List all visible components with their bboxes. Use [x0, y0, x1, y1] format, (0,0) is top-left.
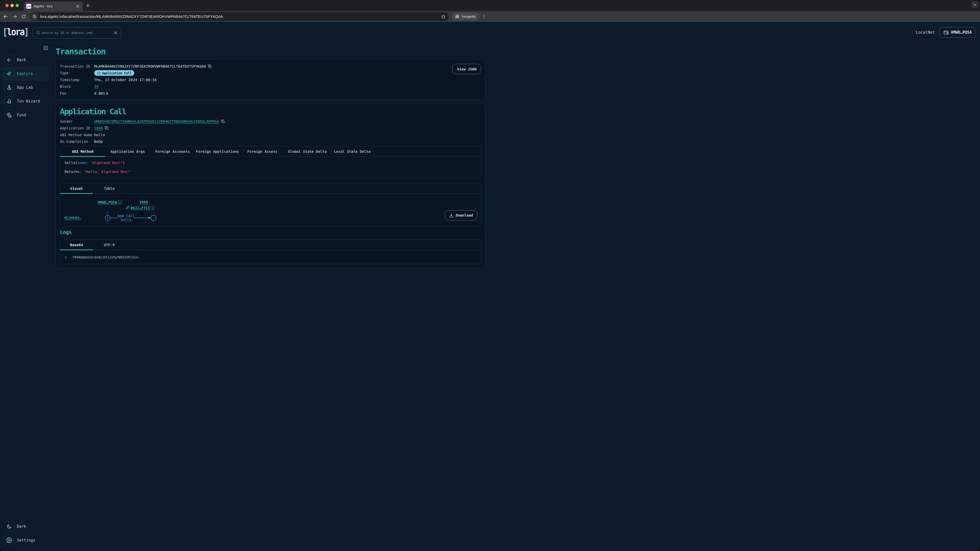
view-json-button[interactable]: View JSON: [452, 64, 481, 74]
field-row: Timestamp Thu, 17 October 2024 17:06:16: [60, 76, 156, 83]
abi-returns-value: "Hello, Algorand Dev!": [84, 170, 131, 174]
graph-sender-badge: 1: [118, 200, 122, 204]
url-text[interactable]: lora.algokit.io/localnet/transaction/MLA…: [40, 14, 223, 19]
browser-menu-button[interactable]: [482, 14, 487, 19]
field-row: Type ()Application Call: [60, 70, 134, 76]
tab-utf8[interactable]: UTF-8: [93, 240, 126, 250]
abi-signature-line: hello(name: "Algorand Dev!"): [65, 161, 131, 165]
log-value: FR98dQAUSGVsbG8sIEFsZ29yYW5kIERldiE=: [73, 256, 139, 259]
lora-logo[interactable]: [lora]: [3, 26, 28, 38]
sidebar-item-label: App Lab: [17, 81, 33, 94]
logs-tab-panel: Base64 UTF-8 1. FR98dQAUSGVsbG8sIEFsZ29y…: [60, 240, 482, 264]
abi-tab-panel: ABI Method Application Args Foreign Acco…: [60, 146, 482, 178]
tab-foreign-accounts[interactable]: Foreign Accounts: [150, 146, 195, 157]
search-clear-icon[interactable]: [114, 31, 118, 35]
logo-text: lora: [7, 26, 24, 38]
sidebar-item-label: Back: [17, 53, 26, 67]
minimize-window-button[interactable]: [11, 4, 14, 7]
tab-foreign-applications[interactable]: Foreign Applications: [195, 146, 240, 157]
graph-transaction-link[interactable]: MLAMKB4…: [64, 216, 81, 220]
graph-row-transaction: MLAMKB4…: [64, 216, 81, 220]
copy-icon[interactable]: [208, 65, 212, 68]
application-id-link[interactable]: 1048: [94, 126, 103, 130]
field-label: Fee: [60, 91, 94, 95]
tab-local-state-delta[interactable]: Local State Delta: [330, 146, 375, 157]
logs-title: Logs: [60, 229, 72, 235]
tab-strip: [ak] AlgoKit - lora: [0, 0, 490, 11]
graph-sender-link[interactable]: HMWD…PQSA: [98, 200, 117, 204]
arrow-left-icon: [4, 55, 14, 65]
fee-amount: 0.001: [94, 91, 105, 95]
page-title: Transaction: [56, 47, 105, 56]
abi-fn: hello(: [65, 161, 78, 165]
algo-icon: [106, 92, 108, 95]
field-row: ABI Method Name hello: [60, 131, 105, 138]
coins-icon: [4, 110, 14, 120]
abi-returns-line: Returns: "Hello, Algorand Dev!": [65, 170, 131, 174]
sidebar: Back Explore App Lab Txn Wizard: [0, 43, 51, 275]
tab-close-icon[interactable]: [76, 4, 80, 8]
lora-app: [lora] LocalNet HMWD…PQSA Back: [0, 22, 490, 275]
graph-app-address-link[interactable]: 06JJ…F7CI: [130, 206, 150, 210]
block-link[interactable]: 35: [94, 84, 99, 89]
tab-title: AlgoKit - lora: [33, 4, 76, 8]
field-label: Transaction ID: [60, 64, 94, 68]
type-badge: ()Application Call: [94, 70, 134, 76]
copy-icon[interactable]: [221, 120, 224, 123]
parentheses-icon: (): [97, 71, 100, 75]
sidebar-item-fund[interactable]: Fund: [0, 108, 51, 122]
field-label: Block: [60, 84, 94, 89]
tab-table[interactable]: Table: [93, 183, 126, 194]
sidebar-item-explore[interactable]: Explore: [0, 67, 51, 81]
site-info-button[interactable]: [31, 13, 38, 20]
edge-type: App Call: [118, 214, 135, 218]
browser-tab[interactable]: [ak] AlgoKit - lora: [24, 2, 83, 11]
sender-value: HMWDSHQCOPD2T36WBAHLAZ6PO5GDJJZBN4D2TODK…: [94, 119, 224, 124]
application-call-title: Application Call: [60, 107, 126, 116]
incognito-icon: [455, 14, 460, 19]
sidebar-item-back[interactable]: Back: [0, 53, 51, 67]
field-row: Transaction ID MLAMKB4ANXZ5NA2XY7ZNF3EAI…: [60, 63, 212, 70]
graph-app-id-link[interactable]: 1048: [139, 200, 148, 204]
incognito-badge: Incognito: [452, 13, 479, 21]
tab-visual[interactable]: Visual: [60, 183, 93, 194]
tab-application-args[interactable]: Application Args: [105, 146, 150, 157]
main-content: Transaction Transaction ID MLAMKB4ANXZ5N…: [51, 43, 490, 275]
tab-foreign-assets[interactable]: Foreign Assets: [240, 146, 285, 157]
logs-tab-list: Base64 UTF-8: [60, 240, 481, 250]
close-window-button[interactable]: [5, 4, 9, 7]
download-button[interactable]: Download: [445, 210, 477, 221]
back-button[interactable]: [3, 14, 8, 19]
search-input[interactable]: [42, 31, 114, 35]
fee-value: 0.001: [94, 91, 108, 95]
graph-app-address-badge: 2: [151, 206, 155, 210]
graph-lines: [60, 194, 167, 226]
reload-button[interactable]: [21, 14, 26, 19]
abi-arg-value: "Algorand Dev!": [90, 161, 123, 165]
sidebar-item-app-lab[interactable]: App Lab: [0, 81, 51, 94]
transaction-card: Transaction ID MLAMKB4ANXZ5NA2XY7ZNF3EAI…: [56, 59, 485, 100]
copy-icon[interactable]: [105, 126, 108, 130]
abi-returns-label: Returns:: [65, 170, 84, 174]
search-box[interactable]: [32, 27, 121, 38]
abi-tab-list: ABI Method Application Args Foreign Acco…: [60, 146, 481, 157]
on-completion-value: NoOp: [94, 140, 103, 144]
sender-link[interactable]: HMWDSHQCOPD2T36WBAHLAZ6PO5GDJJZBN4D2TODK…: [94, 119, 219, 124]
tab-abi-method[interactable]: ABI Method: [60, 146, 105, 157]
graph-node-number: 1: [107, 216, 109, 220]
forward-button[interactable]: [12, 14, 18, 19]
new-tab-button[interactable]: [86, 3, 90, 8]
abi-param-name: name: [78, 161, 86, 165]
sidebar-collapse-icon[interactable]: [43, 45, 48, 51]
abi-method-signature: hello(name: "Algorand Dev!") Returns: "H…: [65, 161, 131, 174]
address-bar[interactable]: lora.algokit.io/localnet/transaction/MLA…: [30, 12, 449, 21]
tab-base64[interactable]: Base64: [60, 240, 93, 250]
sidebar-item-txn-wizard[interactable]: Txn Wizard: [0, 94, 51, 108]
telescope-icon: [4, 68, 14, 79]
graph-column-sender: HMWD…PQSA 1: [98, 200, 122, 204]
maximize-window-button[interactable]: [16, 4, 19, 7]
bookmark-star-icon[interactable]: [441, 14, 445, 19]
transaction-id-value: MLAMKB4ANXZ5NA2XY7ZNF3EAIROHVWPAB4A7CLT6…: [94, 64, 212, 68]
tab-global-state-delta[interactable]: Global State Delta: [285, 146, 330, 157]
abi-colon: :: [86, 161, 90, 165]
